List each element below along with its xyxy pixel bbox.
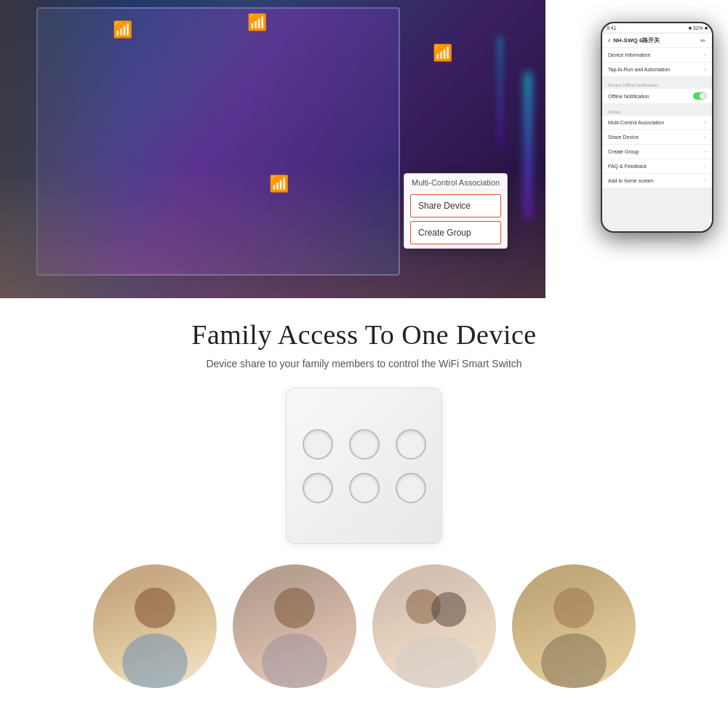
svg-text:Woman with phone: Woman with phone: [127, 686, 183, 688]
svg-point-6: [431, 592, 466, 627]
svg-point-7: [396, 636, 476, 688]
user-avatar-4-svg: [512, 564, 636, 688]
menu-label: Multi-Control Association: [608, 120, 664, 125]
user-avatar-3-svg: [372, 564, 496, 688]
chevron-icon: ›: [704, 163, 706, 169]
switch-btn-4[interactable]: [303, 473, 333, 503]
wifi-icon-2: 📶: [247, 13, 267, 32]
menu-label: Offline Notification: [608, 94, 649, 99]
menu-item-tap-to-run[interactable]: Tap-to-Run and Automation ›: [602, 63, 712, 77]
switch-btn-5[interactable]: [349, 473, 380, 503]
phone-nav-bar: ‹ NH-SWQ 6路开关 ✏: [602, 33, 712, 48]
svg-point-9: [541, 633, 607, 688]
phone-menu-section-2: Offline Notification: [602, 89, 712, 104]
phone-screen: 9:41 ■ 32% ■ ‹ NH-SWQ 6路开关 ✏ Device Info…: [602, 23, 712, 231]
phone-device-title: NH-SWQ 6路开关: [613, 36, 700, 44]
phone-mockup: 9:41 ■ 32% ■ ‹ NH-SWQ 6路开关 ✏ Device Info…: [601, 22, 713, 233]
switch-btn-1[interactable]: [303, 429, 333, 460]
menu-label: Share Device: [608, 135, 639, 140]
switch-top-row: [303, 429, 426, 460]
menu-item-home-screen[interactable]: Add to home screen ›: [602, 174, 712, 188]
main-heading: Family Access To One Device: [191, 319, 536, 351]
menu-label: Add to home screen: [608, 178, 654, 183]
phone-menu-section-1: Device Information › Tap-to-Run and Auto…: [602, 48, 712, 77]
chevron-icon: ›: [704, 52, 706, 58]
menu-item-device-info[interactable]: Device Information ›: [602, 48, 712, 63]
user-photo-2: [233, 564, 356, 688]
user-photo-3: [372, 564, 496, 688]
svg-point-1: [122, 633, 188, 688]
switch-btn-3[interactable]: [396, 429, 426, 460]
wifi-icon-1: 📶: [113, 20, 132, 39]
chevron-icon: ›: [704, 134, 706, 140]
menu-label: Tap-to-Run and Automation: [608, 67, 670, 72]
phone-time: 9:41: [607, 25, 617, 31]
menu-label: FAQ & Feedback: [608, 164, 647, 169]
svg-point-8: [553, 588, 594, 628]
switch-btn-6[interactable]: [396, 473, 426, 503]
wifi-icon-4: 📶: [269, 175, 289, 193]
user-photos-row: Woman with phone: [93, 564, 636, 688]
section-label-offline: Device Offline Notification: [602, 80, 712, 89]
menu-item-create-group[interactable]: Create Group ›: [602, 145, 712, 159]
popup-header-label: Multi-Control Association: [404, 174, 507, 191]
menu-item-share-device[interactable]: Share Device ›: [602, 130, 712, 145]
smart-switch-device: [286, 388, 442, 544]
back-arrow-icon[interactable]: ‹: [608, 36, 610, 44]
menu-item-offline-notif[interactable]: Offline Notification: [602, 89, 712, 104]
chevron-icon: ›: [704, 119, 706, 126]
context-menu-popup: Multi-Control Association Share Device C…: [404, 173, 508, 249]
chevron-icon: ›: [704, 148, 706, 155]
user-avatar-2-svg: [233, 564, 356, 688]
neon-strip-2: [498, 36, 502, 145]
popup-create-group[interactable]: Create Group: [410, 221, 501, 244]
hero-section: 📶 📶 📶 📶 9:41 ■ 32% ■ ‹ NH-SWQ 6路开关 ✏ Dev…: [0, 0, 728, 298]
menu-label: Device Information: [608, 52, 650, 57]
phone-menu-section-3: Multi-Control Association › Share Device…: [602, 116, 712, 188]
svg-point-0: [135, 588, 175, 628]
section-label-others: Others: [602, 107, 712, 116]
phone-menu-list: Device Information › Tap-to-Run and Auto…: [602, 48, 712, 231]
bottom-section: Family Access To One Device Device share…: [0, 298, 728, 703]
svg-point-3: [274, 588, 315, 628]
switch-btn-2[interactable]: [349, 429, 380, 460]
popup-share-device[interactable]: Share Device: [410, 194, 501, 217]
svg-point-4: [262, 633, 327, 688]
user-photo-1: Woman with phone: [93, 564, 217, 688]
wifi-icon-3: 📶: [433, 44, 452, 63]
chevron-icon: ›: [704, 66, 706, 73]
sub-heading: Device share to your family members to c…: [206, 358, 521, 369]
phone-status-bar: 9:41 ■ 32% ■: [602, 23, 712, 33]
switch-bottom-row: [303, 473, 426, 503]
menu-item-multi-control[interactable]: Multi-Control Association ›: [602, 116, 712, 130]
offline-notification-toggle[interactable]: [693, 92, 706, 100]
user-avatar-1-svg: Woman with phone: [93, 564, 217, 688]
menu-label: Create Group: [608, 149, 639, 154]
user-photo-4: [512, 564, 636, 688]
phone-battery: ■ 32% ■: [689, 25, 708, 31]
chevron-icon: ›: [704, 177, 706, 184]
menu-item-faq[interactable]: FAQ & Feedback ›: [602, 159, 712, 174]
edit-icon[interactable]: ✏: [700, 37, 706, 44]
